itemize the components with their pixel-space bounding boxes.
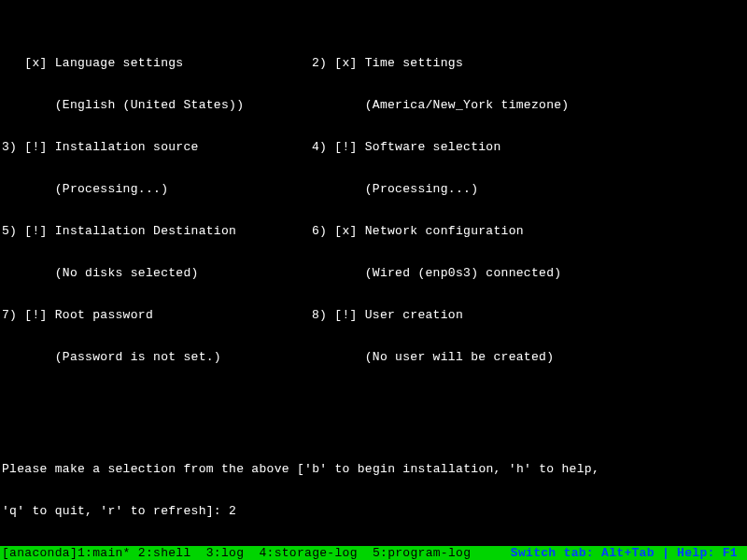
main-prompt-line2[interactable]: 'q' to quit, 'r' to refresh]: 2 xyxy=(2,504,745,518)
spoke-rootpw-sub: (Password is not set.) (No user will be … xyxy=(2,350,745,364)
spoke-rootpw-label: 7) [!] Root password xyxy=(2,308,312,322)
spoke-language-sub: (English (United States)) (America/New_Y… xyxy=(2,98,745,112)
spoke-user-value: (No user will be created) xyxy=(312,350,745,364)
spoke-destination-label: 5) [!] Installation Destination xyxy=(2,224,312,238)
spoke-software-label: 4) [!] Software selection xyxy=(312,140,745,154)
spoke-source[interactable]: 3) [!] Installation source 4) [!] Softwa… xyxy=(2,140,745,154)
main-prompt-line1: Please make a selection from the above [… xyxy=(2,462,745,476)
tmux-help-hint: Switch tab: Alt+Tab | Help: F1 xyxy=(511,546,745,560)
tmux-status-bar[interactable]: [anaconda]1:main* 2:shell 3:log 4:storag… xyxy=(0,546,747,560)
spoke-language-label: [x] Language settings xyxy=(2,56,312,70)
spoke-destination[interactable]: 5) [!] Installation Destination 6) [x] N… xyxy=(2,224,745,238)
spoke-language[interactable]: [x] Language settings 2) [x] Time settin… xyxy=(2,56,745,70)
tmux-windows[interactable]: [anaconda]1:main* 2:shell 3:log 4:storag… xyxy=(2,546,471,560)
spoke-rootpw[interactable]: 7) [!] Root password 8) [!] User creatio… xyxy=(2,308,745,322)
spoke-software-value: (Processing...) xyxy=(312,182,745,196)
spoke-source-value: (Processing...) xyxy=(2,182,312,196)
spoke-rootpw-value: (Password is not set.) xyxy=(2,350,312,364)
spoke-source-label: 3) [!] Installation source xyxy=(2,140,312,154)
spoke-network-value: (Wired (enp0s3) connected) xyxy=(312,266,745,280)
terminal-screen[interactable]: [x] Language settings 2) [x] Time settin… xyxy=(0,0,747,560)
spoke-network-label: 6) [x] Network configuration xyxy=(312,224,745,238)
spoke-source-sub: (Processing...) (Processing...) xyxy=(2,182,745,196)
spoke-time-label: 2) [x] Time settings xyxy=(312,56,745,70)
blank-row xyxy=(2,406,745,420)
spoke-user-label: 8) [!] User creation xyxy=(312,308,745,322)
spoke-time-value: (America/New_York timezone) xyxy=(312,98,745,112)
spoke-destination-sub: (No disks selected) (Wired (enp0s3) conn… xyxy=(2,266,745,280)
spoke-destination-value: (No disks selected) xyxy=(2,266,312,280)
spoke-language-value: (English (United States)) xyxy=(2,98,312,112)
